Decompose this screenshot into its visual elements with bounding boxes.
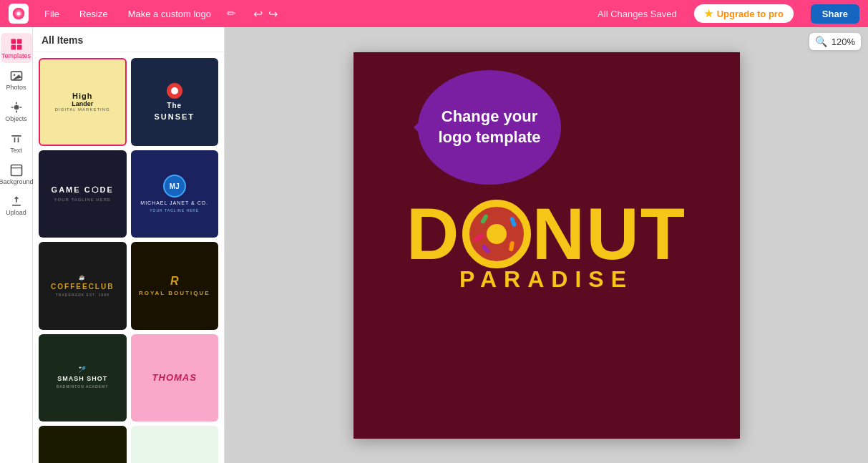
template-thumb-5[interactable]: ☕ COFFEECLUB TRADEMARK EST. 1998 xyxy=(39,242,127,330)
sprinkle-5 xyxy=(481,244,491,255)
svg-point-8 xyxy=(14,104,19,109)
template-thumb-3[interactable]: GAME C⬡DE YOUR TAGLINE HERE xyxy=(39,150,127,238)
star-icon: ★ xyxy=(704,8,713,19)
sidebar-background-label: Background xyxy=(0,179,34,186)
upgrade-label: Upgrade to pro xyxy=(717,9,784,19)
sprinkle-2 xyxy=(509,216,516,227)
sidebar-item-text[interactable]: Text xyxy=(1,127,32,157)
svg-rect-3 xyxy=(16,39,21,44)
svg-rect-9 xyxy=(11,165,21,175)
sidebar-templates-label: Templates xyxy=(1,53,31,60)
panel-scroll-area[interactable]: High Lander DIGITAL MARKETING The SUNSET xyxy=(33,52,224,463)
template-thumb-6[interactable]: R ROYAL BOUTIQUE xyxy=(131,242,219,330)
app-logo[interactable] xyxy=(9,4,29,24)
donut-letter-d: D xyxy=(406,198,461,271)
template-panel: All Items High Lander DIGITAL MARKETING xyxy=(33,27,225,463)
sidebar-item-objects[interactable]: Objects xyxy=(1,96,32,126)
saved-status: All Changes Saved xyxy=(598,9,677,19)
sidebar-item-background[interactable]: Background xyxy=(1,159,32,189)
edit-icon[interactable]: ✏ xyxy=(227,7,236,20)
sidebar-objects-label: Objects xyxy=(5,116,27,123)
svg-rect-5 xyxy=(16,45,21,50)
template-thumb-10[interactable]: ▶▶ THE HEYWOOD xyxy=(131,426,219,463)
template-thumb-2[interactable]: The SUNSET xyxy=(131,58,219,146)
sprinkle-3 xyxy=(473,233,484,243)
sidebar: Templates Photos Objects Text Background… xyxy=(0,27,33,463)
undo-button[interactable]: ↩ xyxy=(253,7,263,21)
zoom-out-icon[interactable]: 🔍 xyxy=(815,36,827,47)
sprinkle-4 xyxy=(508,241,514,252)
template-thumb-1[interactable]: High Lander DIGITAL MARKETING xyxy=(39,58,127,146)
sidebar-item-upload[interactable]: Upload xyxy=(1,190,32,220)
donut-text-row: D NUT xyxy=(406,198,686,271)
svg-point-7 xyxy=(13,74,14,76)
share-button[interactable]: Share xyxy=(811,4,859,24)
panel-header: All Items xyxy=(33,27,224,52)
paradise-subtitle: PARADISE xyxy=(459,266,633,293)
zoom-level: 120% xyxy=(832,36,855,47)
template-thumb-8[interactable]: THOMAS xyxy=(131,334,219,422)
sprinkle-1 xyxy=(479,213,488,224)
sidebar-text-label: Text xyxy=(10,147,22,155)
top-bar: File Resize Make a custom logo ✏ ↩ ↪ All… xyxy=(0,0,868,27)
file-menu[interactable]: File xyxy=(40,6,64,22)
sidebar-item-templates[interactable]: Templates xyxy=(1,33,32,63)
donut-circle-o xyxy=(462,200,531,268)
svg-rect-4 xyxy=(11,45,16,50)
donut-logo: D NUT PARADISE xyxy=(353,198,740,293)
main-area: Templates Photos Objects Text Background… xyxy=(0,27,868,463)
redo-button[interactable]: ↪ xyxy=(268,7,278,21)
svg-point-1 xyxy=(17,12,21,16)
template-thumb-4[interactable]: MJ MICHAEL JANET & CO. YOUR TAGLINE HERE xyxy=(131,150,219,238)
canvas-area[interactable]: Change your logo template 🔍 120% D xyxy=(225,27,868,463)
donut-hole xyxy=(487,224,507,244)
sidebar-upload-label: Upload xyxy=(6,210,26,217)
tooltip-text: Change your logo template xyxy=(432,107,547,147)
undo-redo-group: ↩ ↪ xyxy=(253,7,278,21)
sidebar-item-photos[interactable]: Photos xyxy=(1,64,32,94)
donut-letters-nut: NUT xyxy=(532,198,687,271)
template-thumb-9[interactable]: audio SOUNDCLOUD xyxy=(39,426,127,463)
sidebar-photos-label: Photos xyxy=(6,84,26,92)
upgrade-button[interactable]: ★ Upgrade to pro xyxy=(694,4,794,23)
svg-rect-2 xyxy=(11,39,16,44)
template-thumb-7[interactable]: 🏸 SMASH SHOT BADMINTON ACADEMY xyxy=(39,334,127,422)
template-grid: High Lander DIGITAL MARKETING The SUNSET xyxy=(39,58,218,463)
tooltip-balloon: Change your logo template xyxy=(418,70,561,185)
resize-menu[interactable]: Resize xyxy=(75,6,112,22)
custom-logo-menu[interactable]: Make a custom logo xyxy=(124,6,215,22)
zoom-control: 🔍 120% xyxy=(809,33,861,50)
